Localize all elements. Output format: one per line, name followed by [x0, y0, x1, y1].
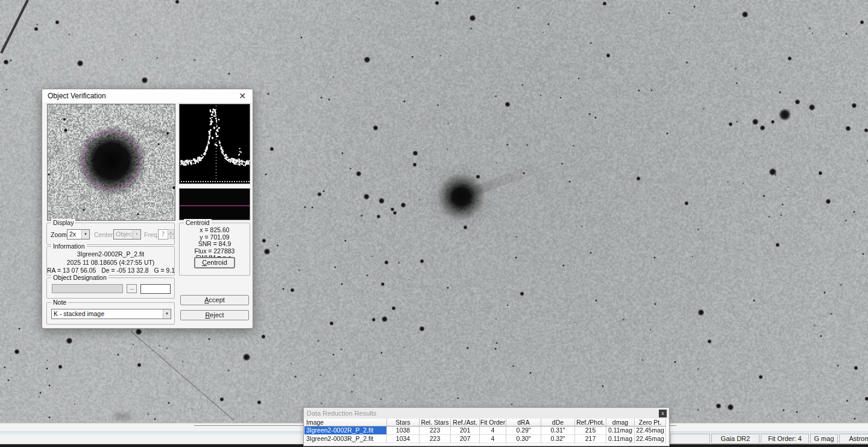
slice-plot: [179, 188, 250, 220]
freq-input: 7: [158, 229, 168, 239]
cell-image[interactable]: 3Igreen2-0002R_P_2.fit: [304, 426, 387, 435]
object-preview-panel: [47, 104, 175, 221]
spinner-up-icon: ▲: [168, 229, 174, 234]
column-header: Stars: [387, 419, 420, 426]
freq-label: Freq.: [144, 231, 159, 238]
browse-button[interactable]: ...: [127, 284, 137, 293]
cell-dmag: 0.11mag: [606, 435, 635, 443]
object-designation-group: Object Designation ...: [46, 277, 175, 299]
centroid-button[interactable]: Centroid: [195, 258, 234, 268]
cell-stars: 1038: [387, 426, 420, 435]
zoom-label: Zoom: [51, 231, 67, 238]
cell-ref-ast: 207: [451, 435, 480, 443]
column-header: dmag: [606, 419, 635, 426]
reject-button[interactable]: Reject: [180, 310, 249, 320]
centroid-group: Centroid x = 825.60 y = 701.09 SNR = 84.…: [179, 223, 250, 276]
column-header: dDe: [541, 419, 575, 426]
results-title: Data Reduction Results: [307, 410, 377, 417]
chevron-down-icon: ▼: [133, 230, 140, 239]
object-preview-image: [48, 104, 175, 220]
display-group-label: Display: [51, 219, 75, 226]
cell-rel-stars: 223: [420, 426, 451, 435]
object-designation-label: Object Designation: [51, 274, 108, 281]
cell-ref-ast: 201: [451, 426, 480, 435]
table-row[interactable]: 3Igreen2-0003R_P_2.fit 1034 223 207 4 0.…: [304, 435, 668, 443]
cell-dra: 0.30": [506, 435, 541, 443]
cell-dra: 0.29": [506, 426, 541, 435]
column-header: Zero Pt.: [635, 419, 666, 426]
status-cell-app-name: Astrome: [839, 434, 868, 444]
designation-short-field[interactable]: [140, 284, 171, 294]
note-group: Note K - stacked image ▼: [46, 302, 175, 325]
psf-profile-plot: [179, 104, 250, 184]
cell-dde: 0.32": [541, 435, 575, 443]
information-group: Information 3Igreen2-0002R_P_2.fit 2025 …: [46, 246, 175, 276]
information-group-label: Information: [51, 243, 87, 250]
column-header: Ref./Ast.: [451, 419, 480, 426]
chevron-down-icon[interactable]: ▼: [163, 309, 171, 319]
cell-zero-pt: 22.45mag: [635, 435, 666, 443]
status-cell-empty: [670, 434, 710, 444]
cell-zero-pt: 22.45mag: [635, 426, 666, 435]
results-header-row: Image Stars Rel. Stars Ref./Ast. Fit Ord…: [304, 419, 668, 426]
observation-datetime: 2025 11 08.18605 (4:27:55 UT): [47, 259, 174, 267]
cell-stars: 1034: [387, 435, 420, 443]
status-cell-mag-band: G mag: [810, 434, 838, 444]
status-cell-fit-order: Fit Order: 4: [761, 434, 809, 444]
freq-stepper: ▲ ▼: [168, 229, 174, 239]
display-group: Display Zoom 2x ▼ Center Object ▼ Freq. …: [46, 223, 175, 245]
cell-image[interactable]: 3Igreen2-0003R_P_2.fit: [304, 435, 387, 443]
center-select: Object ▼: [113, 229, 141, 239]
column-header: dRA: [506, 419, 541, 426]
center-label: Center: [94, 231, 113, 238]
dialog-title: Object Verification: [48, 92, 106, 100]
cell-ref-phot: 217: [575, 435, 606, 443]
close-icon[interactable]: ✕: [237, 90, 248, 101]
results-table: Image Stars Rel. Stars Ref./Ast. Fit Ord…: [304, 419, 668, 445]
cell-dde: 0.31": [541, 426, 575, 435]
close-icon[interactable]: x: [659, 410, 667, 417]
column-header: Fit Order: [480, 419, 506, 426]
centroid-x: x = 825.60: [180, 227, 250, 234]
centroid-group-label: Centroid: [184, 219, 212, 226]
cell-rel-stars: 223: [420, 435, 451, 443]
status-cell-catalog: Gaia DR2: [711, 434, 760, 444]
spinner-down-icon: ▼: [168, 234, 174, 239]
cell-dmag: 0.11mag: [606, 426, 635, 435]
results-titlebar[interactable]: Data Reduction Results x: [304, 408, 669, 419]
image-filename: 3Igreen2-0002R_P_2.fit: [47, 250, 174, 259]
designation-field[interactable]: [52, 284, 123, 293]
data-reduction-results-window: Data Reduction Results x Image Stars Rel…: [303, 407, 670, 446]
status-bar: Gaia DR2 Fit Order: 4 G mag Astrome: [670, 434, 868, 444]
chevron-down-icon[interactable]: ▼: [81, 230, 89, 239]
column-header: Rel. Stars: [420, 419, 451, 426]
slice-signal-line: [180, 205, 250, 206]
cell-fit-order: 4: [480, 435, 506, 443]
column-header: Image: [304, 419, 387, 426]
accept-button[interactable]: Accept: [180, 295, 249, 305]
cell-ref-phot: 215: [575, 426, 606, 435]
zoom-select[interactable]: 2x ▼: [67, 229, 90, 239]
cell-fit-order: 4: [480, 426, 506, 435]
dialog-titlebar[interactable]: Object Verification ✕: [42, 89, 253, 103]
note-select[interactable]: K - stacked image ▼: [51, 309, 171, 319]
note-group-label: Note: [51, 299, 68, 306]
column-header: Ref./Phot.: [575, 419, 606, 426]
table-row[interactable]: 3Igreen2-0002R_P_2.fit 1038 223 201 4 0.…: [304, 426, 668, 435]
object-verification-dialog: Object Verification ✕ Display Zoom 2x ▼ …: [42, 89, 253, 329]
psf-profile-canvas: [180, 104, 250, 183]
